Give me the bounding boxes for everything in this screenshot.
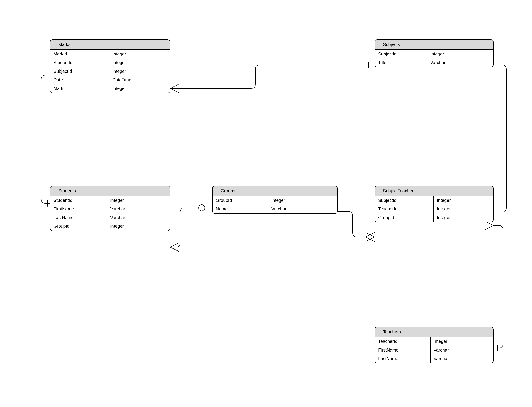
entity-groups: Groups GroupIdInteger NameVarchar [212, 186, 338, 214]
table-row: MarkInteger [50, 84, 170, 93]
entity-title: Marks [50, 40, 170, 50]
table-row: FirstNameVarchar [375, 346, 493, 354]
table-row: SubjectIdInteger [375, 50, 493, 58]
col-type: Varchar [430, 354, 493, 363]
table-row: NameVarchar [213, 205, 337, 213]
col-name: MarkId [50, 50, 109, 58]
table-row: MarkIdInteger [50, 50, 170, 58]
col-name: FirstName [375, 346, 430, 354]
col-type: Varchar [430, 346, 493, 354]
table-row: TeacherIdInteger [375, 337, 493, 346]
col-type: Integer [430, 337, 493, 346]
col-name: Title [375, 58, 427, 67]
col-name: TeacherId [375, 337, 430, 346]
er-diagram-canvas: Marks MarkIdInteger StudentIdInteger Sub… [0, 0, 532, 407]
columns-table: StudentIdInteger FirstNameVarchar LastNa… [50, 196, 170, 231]
table-row: FirstNameVarchar [50, 205, 170, 213]
col-name: StudentId [50, 58, 109, 67]
col-type: Integer [434, 213, 493, 222]
col-type: Integer [109, 84, 170, 93]
col-name: FirstName [50, 205, 107, 213]
col-name: Mark [50, 84, 109, 93]
col-type: Integer [427, 50, 493, 58]
col-name: GroupId [213, 196, 268, 205]
col-type: Integer [434, 196, 493, 205]
table-row: TitleVarchar [375, 58, 493, 67]
entity-title: Groups [213, 186, 337, 196]
col-type: Integer [109, 50, 170, 58]
col-name: TeacherId [375, 205, 434, 213]
col-name: GroupId [50, 222, 107, 231]
col-name: SubjectId [375, 50, 427, 58]
col-type: Integer [107, 196, 170, 205]
table-row: GroupIdInteger [213, 196, 337, 205]
col-type: Integer [434, 205, 493, 213]
table-row: SubjectIdInteger [50, 67, 170, 76]
col-type: Integer [268, 196, 337, 205]
col-type: Integer [109, 67, 170, 76]
col-name: LastName [50, 213, 107, 222]
rel-groups-subjectteacher [338, 208, 375, 242]
columns-table: GroupIdInteger NameVarchar [213, 196, 337, 213]
col-name: GroupId [375, 213, 434, 222]
columns-table: MarkIdInteger StudentIdInteger SubjectId… [50, 50, 170, 93]
table-row: LastNameVarchar [50, 213, 170, 222]
col-type: Varchar [107, 213, 170, 222]
rel-students-groups [170, 205, 212, 251]
entity-subjectteacher: SubjectTeacher SubjectIdInteger TeacherI… [375, 186, 493, 222]
table-row: GroupIdInteger [50, 222, 170, 231]
col-type: DateTime [109, 76, 170, 84]
col-type: Varchar [427, 58, 493, 67]
entity-title: Teachers [375, 327, 493, 337]
entity-teachers: Teachers TeacherIdInteger FirstNameVarch… [375, 327, 493, 363]
svg-point-0 [199, 205, 205, 211]
rel-marks-subjects [170, 62, 375, 93]
table-row: TeacherIdInteger [375, 205, 493, 213]
col-type: Varchar [107, 205, 170, 213]
columns-table: SubjectIdInteger TitleVarchar [375, 50, 493, 67]
col-type: Integer [107, 222, 170, 231]
columns-table: SubjectIdInteger TeacherIdInteger GroupI… [375, 196, 493, 222]
col-name: LastName [375, 354, 430, 363]
entity-title: Students [50, 186, 170, 196]
col-type: Varchar [268, 205, 337, 213]
col-name: Date [50, 76, 109, 84]
col-type: Integer [109, 58, 170, 67]
entity-title: SubjectTeacher [375, 186, 493, 196]
entity-marks: Marks MarkIdInteger StudentIdInteger Sub… [50, 39, 170, 93]
col-name: SubjectId [50, 67, 109, 76]
col-name: StudentId [50, 196, 107, 205]
table-row: LastNameVarchar [375, 354, 493, 363]
table-row: StudentIdInteger [50, 196, 170, 205]
entity-subjects: Subjects SubjectIdInteger TitleVarchar [375, 39, 493, 67]
table-row: SubjectIdInteger [375, 196, 493, 205]
table-row: StudentIdInteger [50, 58, 170, 67]
col-name: SubjectId [375, 196, 434, 205]
entity-title: Subjects [375, 40, 493, 50]
table-row: GroupIdInteger [375, 213, 493, 222]
table-row: DateDateTime [50, 76, 170, 84]
col-name: Name [213, 205, 268, 213]
columns-table: TeacherIdInteger FirstNameVarchar LastNa… [375, 337, 493, 363]
entity-students: Students StudentIdInteger FirstNameVarch… [50, 186, 170, 231]
